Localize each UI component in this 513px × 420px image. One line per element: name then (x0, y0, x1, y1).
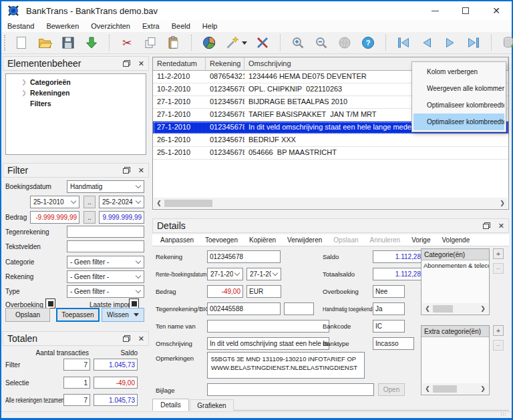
scrollbar-thumb[interactable] (433, 305, 453, 312)
close-button[interactable]: ✕ (481, 1, 512, 20)
bedrag-detail-field[interactable]: -49,00 (207, 285, 243, 298)
menu-bestand[interactable]: Bestand (1, 21, 40, 31)
import-transactions-button[interactable] (82, 33, 101, 52)
extra-categorie-scrollbar[interactable]: ❮ ❯ (422, 383, 488, 394)
rekening-detail-field[interactable]: 012345678 (207, 250, 281, 263)
categorie-select[interactable]: - Geen filter - (67, 256, 144, 268)
banktype-field[interactable]: Incasso (373, 337, 414, 350)
bedrag-max-input[interactable]: 9.999.999,99 (99, 211, 144, 224)
ctx-weergeven-alle-kolommen[interactable]: Weergeven alle kolommen (413, 80, 504, 97)
close-panel-icon[interactable]: ✕ (138, 167, 144, 174)
menu-help[interactable]: Help (196, 21, 224, 31)
action-aanpassen[interactable]: Aanpassen (160, 236, 194, 244)
undock-icon[interactable] (483, 222, 490, 229)
chevron-right-icon[interactable]: ❯ (18, 89, 30, 96)
date-from-select[interactable]: 25-1-2010 (30, 196, 79, 208)
menu-overzichten[interactable]: Overzichten (85, 21, 136, 31)
open-file-button[interactable] (35, 33, 54, 52)
wissen-dropdown-icon[interactable] (134, 313, 139, 317)
cut-button[interactable]: ✂ (118, 33, 136, 52)
bedrag-min-input[interactable]: -9.999.999,99 (30, 211, 79, 224)
opmerkingen-textarea[interactable]: 55BGT6 3E MND 131109-130210 INFOTARIEF O… (207, 352, 365, 379)
save-button[interactable] (59, 33, 77, 52)
last-record-button[interactable] (464, 33, 483, 52)
undock-icon[interactable] (123, 167, 130, 174)
tab-grafieken[interactable]: Grafieken (190, 399, 234, 411)
categorie-scrollbar[interactable]: ❮ ❯ (422, 303, 488, 314)
scroll-right-icon[interactable]: ❯ (478, 305, 488, 312)
column-header-rentedatum[interactable]: Rentedatum (153, 57, 206, 70)
tekstvelden-input[interactable] (67, 240, 144, 252)
tegenrekening-input[interactable] (67, 226, 144, 238)
db-add-button[interactable] (500, 33, 513, 52)
ten-name-van-field[interactable] (207, 320, 329, 333)
bijlage-field[interactable] (207, 383, 374, 396)
boekingsdatum-select[interactable]: Handmatig (67, 180, 144, 193)
tree-item-categorieen[interactable]: ❯Categorieën (6, 77, 146, 87)
valuta-field[interactable]: EUR (246, 285, 281, 298)
tree-item-filters[interactable]: Filters (6, 98, 146, 109)
date-range-button[interactable]: .. (83, 196, 96, 208)
scroll-left-icon[interactable]: ❮ (154, 200, 164, 206)
menu-bewerken[interactable]: Bewerken (40, 21, 85, 31)
undock-icon[interactable] (123, 335, 130, 342)
minimize-button[interactable] (419, 1, 450, 20)
action-vorige[interactable]: Vorige (411, 236, 430, 244)
pie-chart-button[interactable] (200, 33, 218, 52)
laatste-import-checkbox[interactable] (129, 298, 139, 308)
opslaan-filter-button[interactable]: Opslaan (5, 308, 50, 322)
scroll-right-icon[interactable]: ❯ (478, 385, 488, 392)
action-kopieren[interactable]: Kopiëren (249, 236, 276, 244)
help-button[interactable]: ? (359, 33, 377, 52)
column-header-rekening[interactable]: Rekening (206, 57, 244, 70)
action-volgende[interactable]: Volgende (442, 236, 470, 244)
table-horizontal-scrollbar[interactable]: ❮ ❯ (154, 198, 508, 208)
tools-button[interactable] (253, 33, 272, 52)
scroll-left-icon[interactable]: ❮ (422, 305, 433, 312)
close-panel-icon[interactable]: ✕ (498, 222, 504, 230)
ctx-kolom-verbergen[interactable]: Kolom verbergen (413, 63, 504, 80)
resize-grip[interactable] (500, 412, 506, 417)
ctx-optimaliseer-kolombreedtes[interactable]: Optimaliseer kolombreedtes (413, 114, 504, 130)
ctx-optimaliseer-kolombreedte[interactable]: Optimaliseer kolombreedte (413, 97, 504, 114)
zoom-in-button[interactable] (289, 33, 307, 52)
bedrag-range-button[interactable]: .. (83, 211, 96, 224)
previous-record-button[interactable] (417, 33, 436, 52)
omschrijving-detail-field[interactable]: In dit veld omschrijving staat een hele … (207, 337, 329, 350)
scrollbar-thumb[interactable] (164, 200, 212, 207)
close-panel-icon[interactable]: ✕ (138, 335, 144, 343)
menu-beeld[interactable]: Beeld (166, 21, 196, 31)
toepassen-button[interactable]: Toepassen (56, 308, 100, 322)
table-row[interactable]: 25-1-2010 012345678 054666 BP MAASTRICHT (153, 147, 508, 160)
undock-icon[interactable] (123, 60, 130, 67)
first-record-button[interactable] (394, 33, 413, 52)
scrollbar-thumb[interactable] (433, 385, 457, 393)
bankcode-field[interactable]: IC (373, 320, 405, 333)
copy-button[interactable] (141, 33, 160, 52)
table-row[interactable]: 26-1-2010 012345678 BEDRIJF XXX (153, 134, 508, 147)
scroll-left-icon[interactable]: ❮ (422, 385, 433, 392)
action-toevoegen[interactable]: Toevoegen (205, 236, 238, 244)
close-panel-icon[interactable]: ✕ (138, 60, 144, 67)
boekingsdatum-detail-select[interactable]: 27-1-2010 (246, 268, 281, 280)
wissen-button[interactable]: Wissen (102, 308, 144, 322)
overboeking-checkbox[interactable] (45, 298, 55, 308)
zoom-out-button[interactable] (312, 33, 331, 52)
maximize-button[interactable] (450, 1, 481, 20)
bic-field[interactable] (284, 302, 314, 315)
add-extra-categorie-button[interactable]: + (493, 325, 504, 336)
action-verwijderen[interactable]: Verwijderen (287, 236, 322, 244)
auto-categorize-button[interactable] (223, 33, 248, 52)
tab-details[interactable]: Details (152, 399, 189, 411)
overboeking-detail-field[interactable]: Nee (373, 285, 405, 298)
add-categorie-button[interactable]: + (493, 248, 504, 259)
handmatig-toegekend-field[interactable]: Ja (373, 302, 405, 315)
scroll-right-icon[interactable]: ❯ (497, 200, 508, 206)
globe-button[interactable] (335, 33, 354, 52)
tree-item-rekeningen[interactable]: ❯Rekeningen (6, 87, 146, 98)
wand-dropdown-icon[interactable] (242, 41, 247, 45)
toolbar-grip[interactable] (4, 35, 5, 51)
rekening-select[interactable]: - Geen filter - (67, 270, 144, 283)
new-document-button[interactable] (12, 33, 31, 52)
rentedatum-select[interactable]: 27-1-2010 (207, 268, 243, 280)
